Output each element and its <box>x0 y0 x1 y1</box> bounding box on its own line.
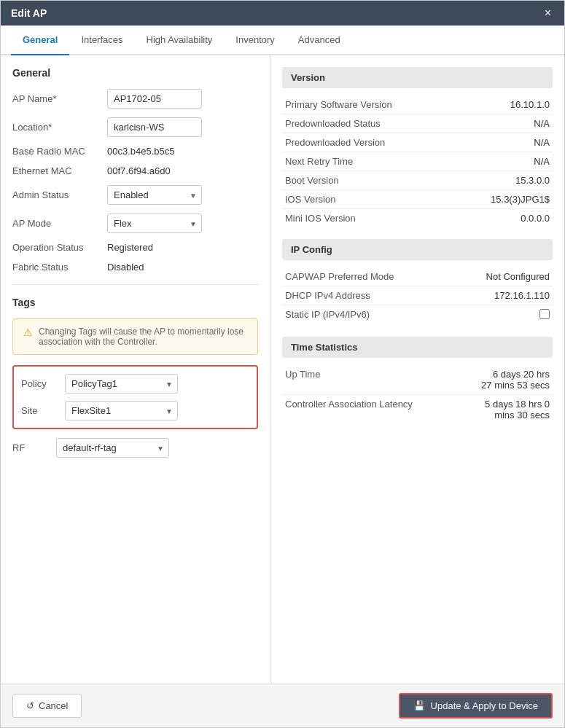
ios-version-value: 15.3(3)JPG1$ <box>491 194 550 205</box>
tags-section: Tags ⚠ Changing Tags will cause the AP t… <box>12 297 258 458</box>
mini-ios-version-value: 0.0.0.0 <box>521 213 550 224</box>
operation-status-label: Operation Status <box>12 242 107 253</box>
update-label: Update & Apply to Device <box>431 700 538 711</box>
mini-ios-version-label: Mini IOS Version <box>285 213 521 224</box>
tab-general[interactable]: General <box>11 26 69 55</box>
ethernet-mac-value: 00f7.6f94.a6d0 <box>107 165 171 176</box>
base-radio-mac-row: Base Radio MAC 00c3.b4e5.b5c5 <box>12 146 258 157</box>
tab-inventory[interactable]: Inventory <box>224 26 286 55</box>
ap-mode-row: AP Mode Flex Local Monitor Sniffer ▼ <box>12 214 258 233</box>
right-panel: Version Primary Software Version 16.10.1… <box>270 55 564 684</box>
site-tag-row: Site FlexSite1 default-site-tag ▼ <box>21 401 249 420</box>
tab-high-availability[interactable]: High Availability <box>135 26 225 55</box>
location-row: Location* <box>12 117 258 137</box>
next-retry-time-row: Next Retry Time N/A <box>282 152 553 171</box>
boot-version-value: 15.3.0.0 <box>515 175 550 186</box>
up-time-row: Up Time 6 days 20 hrs 27 mins 53 secs <box>282 365 553 395</box>
predownloaded-version-label: Predownloaded Version <box>285 137 534 148</box>
cancel-button[interactable]: ↺ Cancel <box>12 694 82 718</box>
base-radio-mac-value: 00c3.b4e5.b5c5 <box>107 146 175 157</box>
static-ip-row: Static IP (IPv4/IPv6) <box>282 305 553 325</box>
modal-footer: ↺ Cancel 💾 Update & Apply to Device <box>1 684 564 727</box>
predownloaded-status-label: Predownloaded Status <box>285 118 534 129</box>
rf-tag-select-wrapper: default-rf-tag ▼ <box>56 438 169 458</box>
tags-fields-box: Policy PolicyTag1 default-policy-tag ▼ S… <box>12 365 258 429</box>
version-section: Version Primary Software Version 16.10.1… <box>282 67 553 227</box>
capwap-preferred-mode-value: Not Configured <box>486 271 550 282</box>
general-section-title: General <box>12 67 258 79</box>
policy-tag-select-wrapper: PolicyTag1 default-policy-tag ▼ <box>65 374 178 394</box>
static-ip-checkbox[interactable] <box>539 309 550 319</box>
general-section: General AP Name* Location* Base Radio MA… <box>12 67 258 273</box>
ap-name-label: AP Name* <box>12 93 107 104</box>
controller-association-latency-label: Controller Association Latency <box>285 399 485 410</box>
boot-version-label: Boot Version <box>285 175 515 186</box>
operation-status-row: Operation Status Registered <box>12 242 258 253</box>
version-section-title: Version <box>282 67 553 88</box>
predownloaded-status-value: N/A <box>534 118 550 129</box>
divider <box>12 284 258 285</box>
close-button[interactable]: × <box>542 7 554 20</box>
admin-status-select[interactable]: Enabled Disabled <box>107 185 202 205</box>
edit-ap-modal: Edit AP × General Interfaces High Availa… <box>0 0 565 728</box>
modal-body: General AP Name* Location* Base Radio MA… <box>1 55 564 684</box>
ap-name-input[interactable] <box>107 89 202 109</box>
base-radio-mac-label: Base Radio MAC <box>12 146 107 157</box>
time-statistics-section-title: Time Statistics <box>282 337 553 358</box>
fabric-status-value: Disabled <box>107 262 144 273</box>
dhcp-ipv4-address-label: DHCP IPv4 Address <box>285 290 494 301</box>
operation-status-value: Registered <box>107 242 153 253</box>
ios-version-label: IOS Version <box>285 194 491 205</box>
admin-status-select-wrapper: Enabled Disabled ▼ <box>107 185 202 205</box>
location-input[interactable] <box>107 117 202 137</box>
ap-mode-select[interactable]: Flex Local Monitor Sniffer <box>107 214 202 233</box>
ethernet-mac-label: Ethernet MAC <box>12 165 107 176</box>
cancel-label: Cancel <box>39 700 68 711</box>
boot-version-row: Boot Version 15.3.0.0 <box>282 171 553 190</box>
mini-ios-version-row: Mini IOS Version 0.0.0.0 <box>282 209 553 227</box>
admin-status-label: Admin Status <box>12 189 107 200</box>
policy-tag-label: Policy <box>21 378 65 389</box>
ip-config-section-title: IP Config <box>282 239 553 260</box>
update-icon: 💾 <box>413 700 425 711</box>
controller-association-latency-value: 5 days 18 hrs 0 mins 30 secs <box>485 399 550 420</box>
left-panel: General AP Name* Location* Base Radio MA… <box>1 55 270 684</box>
predownloaded-version-row: Predownloaded Version N/A <box>282 133 553 152</box>
primary-software-version-label: Primary Software Version <box>285 99 510 110</box>
site-tag-select-wrapper: FlexSite1 default-site-tag ▼ <box>65 401 178 420</box>
fabric-status-label: Fabric Status <box>12 262 107 273</box>
predownloaded-version-value: N/A <box>534 137 550 148</box>
update-apply-button[interactable]: 💾 Update & Apply to Device <box>399 693 553 719</box>
tags-warning-box: ⚠ Changing Tags will cause the AP to mom… <box>12 318 258 355</box>
warning-icon: ⚠ <box>23 326 33 338</box>
site-tag-label: Site <box>21 405 65 416</box>
dhcp-ipv4-address-value: 172.16.1.110 <box>494 290 550 301</box>
next-retry-time-label: Next Retry Time <box>285 156 534 167</box>
dhcp-ipv4-address-row: DHCP IPv4 Address 172.16.1.110 <box>282 286 553 305</box>
policy-tag-select[interactable]: PolicyTag1 default-policy-tag <box>65 374 178 394</box>
modal-header: Edit AP × <box>1 1 564 26</box>
static-ip-label: Static IP (IPv4/IPv6) <box>285 309 539 320</box>
tags-section-title: Tags <box>12 297 258 308</box>
tab-interfaces[interactable]: Interfaces <box>69 26 134 55</box>
location-label: Location* <box>12 122 107 133</box>
ap-mode-label: AP Mode <box>12 218 107 229</box>
site-tag-select[interactable]: FlexSite1 default-site-tag <box>65 401 178 420</box>
ethernet-mac-row: Ethernet MAC 00f7.6f94.a6d0 <box>12 165 258 176</box>
capwap-preferred-mode-label: CAPWAP Preferred Mode <box>285 271 486 282</box>
rf-tag-select[interactable]: default-rf-tag <box>56 438 169 458</box>
rf-tag-row: RF default-rf-tag ▼ <box>12 438 258 458</box>
ap-mode-select-wrapper: Flex Local Monitor Sniffer ▼ <box>107 214 202 233</box>
static-ip-checkbox-wrapper <box>539 309 550 321</box>
ap-name-row: AP Name* <box>12 89 258 109</box>
up-time-label: Up Time <box>285 369 481 380</box>
policy-tag-row: Policy PolicyTag1 default-policy-tag ▼ <box>21 374 249 394</box>
modal-title: Edit AP <box>11 7 47 19</box>
up-time-value: 6 days 20 hrs 27 mins 53 secs <box>481 369 550 391</box>
next-retry-time-value: N/A <box>534 156 550 167</box>
predownloaded-status-row: Predownloaded Status N/A <box>282 114 553 133</box>
cancel-icon: ↺ <box>26 700 34 711</box>
ip-config-section: IP Config CAPWAP Preferred Mode Not Conf… <box>282 239 553 325</box>
ios-version-row: IOS Version 15.3(3)JPG1$ <box>282 190 553 209</box>
tab-advanced[interactable]: Advanced <box>287 26 352 55</box>
